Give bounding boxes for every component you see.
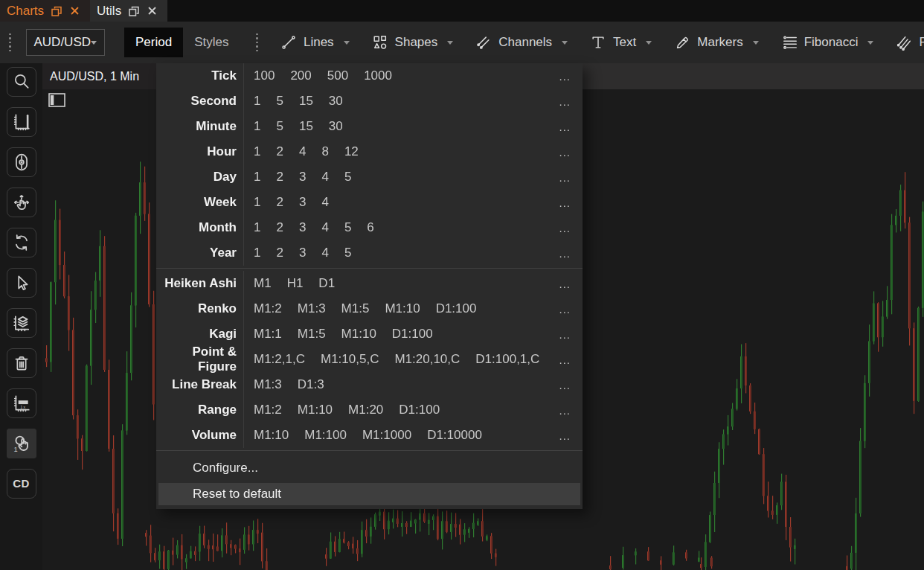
period-value[interactable]: 2 [276,170,283,185]
tool-markers-button[interactable]: Markers [674,34,758,51]
refresh-button[interactable] [7,228,36,257]
more-options-button[interactable]: ... [559,171,583,184]
period-value[interactable]: 2 [276,144,283,159]
more-options-button[interactable]: ... [559,146,583,158]
period-value[interactable]: 1 [254,246,260,260]
period-value[interactable]: D1:10000 [427,428,482,443]
more-options-button[interactable]: ... [559,247,583,260]
period-value[interactable]: 200 [290,68,311,83]
period-value[interactable]: 2 [276,195,283,210]
configure-menu-item[interactable]: Configure... [156,453,583,483]
measure-button[interactable]: 1 x [7,388,36,418]
period-value[interactable]: M1:10 [298,403,333,417]
period-value[interactable]: 3 [299,246,306,260]
period-value[interactable]: D1:100,1,C [475,352,539,367]
zoom-button[interactable] [7,67,36,97]
period-value[interactable]: D1:100 [436,301,477,316]
period-value[interactable]: 6 [367,220,373,235]
more-options-button[interactable]: ... [559,70,583,83]
period-value[interactable]: 30 [329,119,343,134]
period-value[interactable]: 4 [321,246,328,260]
pointer-button[interactable] [7,268,36,298]
symbol-select[interactable]: AUD/USD [26,29,106,56]
more-options-button[interactable]: ... [559,121,583,133]
period-value[interactable]: M1:10 [341,327,376,342]
pan-button[interactable] [7,188,36,217]
period-value[interactable]: 15 [299,94,313,109]
axes-button[interactable] [7,107,36,137]
period-value[interactable]: 5 [344,246,351,260]
period-value[interactable]: M1:10,5,C [321,352,379,367]
reset-to-default-menu-item[interactable]: Reset to default [158,483,580,505]
period-value[interactable]: M1:10 [254,428,289,443]
period-value[interactable]: 4 [299,144,306,159]
period-value[interactable]: 4 [321,195,328,210]
period-value[interactable]: M1:10 [385,301,420,316]
period-value[interactable]: 1 [254,170,260,185]
close-icon[interactable] [69,5,81,17]
toolbar-grip-icon[interactable] [9,33,11,52]
period-value[interactable]: M1:5 [298,327,326,342]
delete-button[interactable] [7,348,36,378]
more-options-button[interactable]: ... [559,222,583,234]
tool-shapes-button[interactable]: Shapes [372,34,454,51]
tab-utils[interactable]: Utils [90,0,167,22]
period-value[interactable]: M1:1000 [362,428,411,443]
period-value[interactable]: 1 [254,144,260,159]
period-value[interactable]: 1 [254,220,260,235]
period-value[interactable]: D1:3 [298,377,324,392]
tool-fibonacci-button[interactable]: Fibonacci [781,34,874,51]
period-value[interactable]: D1:100 [392,327,433,342]
period-value[interactable]: M1:5 [341,301,370,316]
period-value[interactable]: 15 [299,119,313,134]
period-value[interactable]: M1:2 [254,403,282,417]
period-button[interactable]: Period [124,28,183,57]
period-value[interactable]: M1:100 [304,428,347,443]
one-click-button[interactable]: 1 [7,429,36,458]
styles-button[interactable]: Styles [183,28,240,57]
tool-channels-button[interactable]: Channels [475,34,568,51]
period-value[interactable]: M1:2 [254,301,282,316]
period-value[interactable]: M1:20 [348,403,383,417]
tool-lines-button[interactable]: Lines [280,34,350,51]
panel-toggle-icon[interactable] [48,92,67,109]
period-value[interactable]: 1000 [364,68,392,83]
more-options-button[interactable]: ... [559,404,583,417]
period-value[interactable]: 3 [299,195,306,210]
more-options-button[interactable]: ... [559,95,583,108]
period-value[interactable]: 4 [321,170,328,185]
period-value[interactable]: 4 [321,220,328,235]
period-value[interactable]: M1:3 [298,301,326,316]
period-value[interactable]: 8 [321,144,328,159]
toolbar-grip-icon[interactable] [256,33,258,52]
chevron-down-icon[interactable] [753,41,759,45]
period-value[interactable]: 1 [254,94,260,109]
more-options-button[interactable]: ... [559,196,583,209]
tab-charts[interactable]: Charts [0,0,90,22]
layers-button[interactable] [7,308,36,338]
period-value[interactable]: D1 [318,276,335,291]
period-value[interactable]: 1 [254,195,260,210]
period-value[interactable]: M1:2,1,C [254,352,305,367]
tool-pitchfork-button[interactable]: Pitchfork [896,34,924,51]
more-options-button[interactable]: ... [559,303,583,316]
more-options-button[interactable]: ... [559,429,583,442]
period-value[interactable]: 100 [254,68,275,83]
period-value[interactable]: 3 [299,220,306,235]
period-value[interactable]: 2 [276,246,283,260]
tool-text-button[interactable]: Text [590,34,652,51]
cd-button[interactable]: CD [7,469,36,499]
period-value[interactable]: M1:1 [254,327,282,342]
more-options-button[interactable]: ... [559,379,583,391]
period-value[interactable]: 30 [329,94,343,109]
period-value[interactable]: 500 [327,68,348,83]
period-value[interactable]: 1 [254,119,260,134]
period-value[interactable]: 5 [276,119,283,134]
close-icon[interactable] [147,5,158,17]
period-value[interactable]: 5 [344,220,351,235]
period-value[interactable]: 5 [344,170,351,185]
period-value[interactable]: 5 [276,94,283,109]
more-options-button[interactable]: ... [559,328,583,341]
period-value[interactable]: M1:20,10,C [394,352,460,367]
auto-scroll-button[interactable] [7,147,36,177]
